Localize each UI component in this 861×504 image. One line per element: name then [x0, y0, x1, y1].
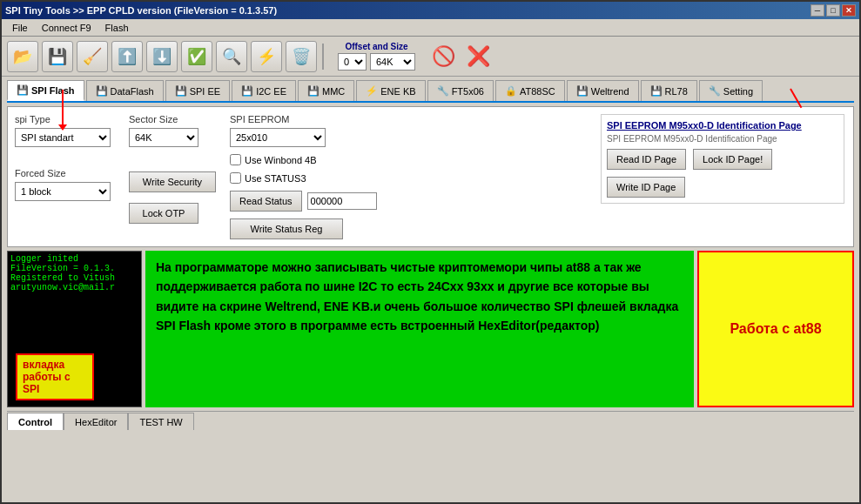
close-button[interactable]: ✕ [842, 4, 856, 17]
app-title: SPI Tiny Tools >> EPP CPLD version (File… [5, 5, 277, 16]
tab-spi-flash[interactable]: 💾 SPI Flash [7, 80, 84, 101]
panel-main-row: spi Type SPI standart Forced Size 1 bloc… [15, 114, 846, 239]
log-line-2: FileVersion = 0.1.3. [10, 264, 138, 273]
i2c-ee-icon: 💾 [241, 85, 253, 97]
status3-row: Use STATUS3 [230, 172, 377, 184]
tab-mmc[interactable]: 💾 MMC [298, 80, 354, 101]
weltrend-icon: 💾 [576, 85, 589, 97]
winbond-checkbox[interactable] [230, 154, 241, 165]
verify-button[interactable]: ✅ [181, 41, 212, 72]
maximize-button[interactable]: □ [826, 4, 840, 17]
read-id-page-button[interactable]: Read ID Page [607, 149, 686, 170]
write-status-reg-button[interactable]: Write Status Reg [230, 218, 343, 239]
lock-id-page-button[interactable]: Lock ID Page! [693, 149, 772, 170]
toolbar-separator [322, 44, 324, 70]
sector-size-group: Sector Size 64K Write Security Lock OTP [129, 114, 216, 224]
offset-label: Offset and Size [345, 42, 407, 51]
write-id-page-button[interactable]: Write ID Page [607, 177, 685, 198]
tab-at88sc[interactable]: 🔒 AT88SC [495, 80, 565, 101]
forced-size-label: Forced Size [15, 168, 115, 178]
tab-rl78[interactable]: 💾 RL78 [641, 80, 697, 101]
delete-button[interactable]: 🗑️ [286, 41, 317, 72]
dataflash-icon: 💾 [96, 85, 108, 97]
log-line-4: arutyunow.vic@mail.r [10, 283, 138, 292]
stop-button[interactable]: 🚫 [427, 41, 459, 72]
bottom-tab-hexeditor[interactable]: HexEditor [64, 413, 128, 430]
status3-label: Use STATUS3 [245, 173, 306, 184]
tab-i2c-ee[interactable]: 💾 I2C EE [232, 80, 296, 101]
winbond-row: Use Winbond 4B [230, 154, 377, 165]
lock-otp-button[interactable]: Lock OTP [129, 203, 198, 224]
main-tabs: 💾 SPI Flash 💾 DataFlash 💾 SPI EE 💾 I2C E… [7, 80, 854, 103]
log-line-3: Registered to Vitush [10, 273, 138, 283]
spi-flash-panel: spi Type SPI standart Forced Size 1 bloc… [7, 106, 854, 247]
write-security-button[interactable]: Write Security [129, 171, 216, 192]
spi-flash-icon: 💾 [17, 84, 29, 96]
setting-icon: 🔧 [709, 85, 721, 97]
menu-connect[interactable]: Connect F9 [35, 21, 98, 35]
tab-spi-ee[interactable]: 💾 SPI EE [165, 80, 230, 101]
menu-flash[interactable]: Flash [98, 21, 136, 35]
tab-ene-kb[interactable]: ⚡ ENE KB [356, 80, 425, 101]
tab-dataflash[interactable]: 💾 DataFlash [86, 80, 164, 101]
at88sc-icon: 🔒 [505, 85, 517, 97]
offset-group: Offset and Size 0 64K 128K 256K 512K 1M [338, 42, 415, 71]
tab-ft5x06[interactable]: 🔧 FT5x06 [427, 80, 494, 101]
menu-file[interactable]: File [5, 21, 35, 35]
bottom-tabs: Control HexEditor TEST HW [7, 411, 854, 430]
read-status-button[interactable]: Read Status [230, 191, 302, 212]
winbond-label: Use Winbond 4B [245, 155, 317, 165]
bottom-tab-control[interactable]: Control [7, 413, 64, 430]
spi-arrow [58, 90, 67, 131]
bottom-tab-testhw[interactable]: TEST HW [128, 413, 193, 430]
spi-eeprom-id-title: SPI EEPROM M95xx0-D Identification Page [607, 120, 838, 131]
offset-select[interactable]: 0 [338, 53, 367, 71]
size-select[interactable]: 64K 128K 256K 512K 1M [370, 53, 415, 71]
log-line-1: Logger inited [10, 254, 138, 264]
check-button[interactable]: 🔍 [216, 41, 247, 72]
spi-eeprom-id-box: SPI EEPROM M95xx0-D Identification Page … [601, 114, 844, 204]
green-annotation-box: На программаторе можно записывать чистые… [145, 251, 694, 407]
status3-checkbox[interactable] [230, 172, 241, 184]
spi-type-select[interactable]: SPI standart [15, 128, 111, 147]
at88-annotation: Работа с at88 [697, 251, 854, 407]
mmc-icon: 💾 [307, 85, 320, 97]
spi-eeprom-buttons: Read ID Page Lock ID Page! Write ID Page [607, 149, 838, 198]
bottom-area: Logger inited FileVersion = 0.1.3. Regis… [7, 251, 854, 407]
at88-arrow [790, 89, 791, 111]
sector-size-label: Sector Size [129, 114, 216, 124]
id-buttons-row: Read ID Page Lock ID Page! [607, 149, 838, 170]
spi-ee-icon: 💾 [175, 85, 187, 97]
spi-eeprom-id-subtitle: SPI EEPROM M95xx0-D Identification Page [607, 134, 838, 144]
rl78-icon: 💾 [650, 85, 663, 97]
title-bar: SPI Tiny Tools >> EPP CPLD version (File… [2, 2, 859, 19]
toolbar: 📂 💾 🧹 ⬆️ ⬇️ ✅ 🔍 ⚡ 🗑️ Offset and Size 0 6… [2, 37, 859, 77]
fast-write-button[interactable]: ⚡ [251, 41, 282, 72]
ene-kb-icon: ⚡ [366, 85, 378, 97]
status-value-input[interactable] [307, 192, 377, 210]
save-button[interactable]: 💾 [42, 41, 73, 72]
sector-size-select[interactable]: 64K [129, 128, 198, 147]
spi-eeprom-group: SPI EEPROM 25x010 Use Winbond 4B Use STA… [230, 114, 377, 239]
write-button[interactable]: ⬆️ [111, 41, 143, 72]
offset-controls: 0 64K 128K 256K 512K 1M [338, 53, 415, 71]
window-controls: ─ □ ✕ [811, 4, 856, 17]
tab-setting[interactable]: 🔧 Setting [699, 80, 763, 101]
spi-annotation: вкладка работы с SPI [16, 353, 94, 400]
ft5x06-icon: 🔧 [437, 85, 449, 97]
open-button[interactable]: 📂 [7, 41, 38, 72]
read-button[interactable]: ⬇️ [146, 41, 178, 72]
spi-eeprom-label: SPI EEPROM [230, 114, 377, 124]
menu-bar: File Connect F9 Flash [2, 19, 859, 37]
abort-button[interactable]: ❌ [462, 41, 494, 72]
spi-eeprom-select[interactable]: 25x010 [230, 128, 326, 147]
forced-size-select[interactable]: 1 block [15, 182, 111, 201]
minimize-button[interactable]: ─ [811, 4, 824, 17]
tab-weltrend[interactable]: 💾 Weltrend [567, 80, 639, 101]
erase-button[interactable]: 🧹 [77, 41, 108, 72]
write-id-row: Write ID Page [607, 177, 838, 198]
